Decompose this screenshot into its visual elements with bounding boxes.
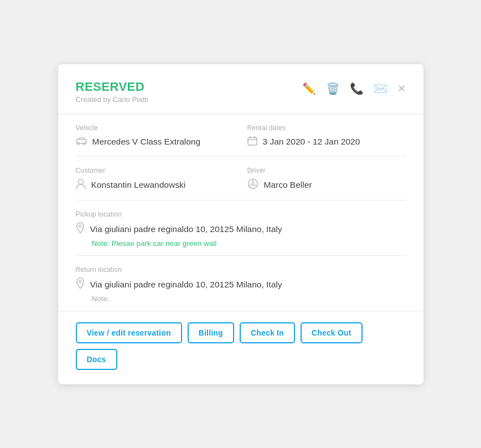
- rental-dates-text: 3 Jan 2020 - 12 Jan 2020: [263, 137, 360, 147]
- driver-value: Marco Beller: [247, 178, 406, 192]
- vehicle-rental-row: Vehicle Mercedes V Class Extralong Renta…: [76, 114, 406, 157]
- created-by: Created by Carlo Piatti: [76, 95, 148, 104]
- customer-name: Konstantin Lewandowski: [91, 180, 186, 190]
- return-note: Note:: [92, 295, 406, 303]
- customer-value: Konstantin Lewandowski: [76, 178, 234, 192]
- rental-dates-label: Rental dates: [247, 124, 406, 132]
- customer-driver-row: Customer Konstantin Lewandowski Driver: [76, 157, 406, 200]
- docs-button[interactable]: Docs: [76, 349, 117, 370]
- return-pin-icon: [76, 277, 85, 292]
- pickup-address: Via giuliani padre reginaldo 10, 20125 M…: [90, 224, 282, 234]
- pickup-section: Pickup location Via giuliani padre regin…: [76, 200, 406, 256]
- card-body: Vehicle Mercedes V Class Extralong Renta…: [58, 114, 423, 311]
- header-left: RESERVED Created by Carlo Piatti: [76, 80, 148, 104]
- status-label: RESERVED: [76, 80, 148, 94]
- vehicle-col: Vehicle Mercedes V Class Extralong: [76, 124, 234, 148]
- customer-col: Customer Konstantin Lewandowski: [76, 167, 234, 192]
- driver-col: Driver Marco Beller: [234, 167, 406, 192]
- calendar-icon: [247, 136, 257, 148]
- vehicle-label: Vehicle: [76, 124, 234, 132]
- pickup-value: Via giuliani padre reginaldo 10, 20125 M…: [76, 222, 406, 237]
- driver-label: Driver: [247, 167, 406, 174]
- svg-line-12: [254, 184, 256, 186]
- phone-icon[interactable]: 📞: [350, 83, 364, 94]
- card-header: RESERVED Created by Carlo Piatti ✏️ 🗑️ 📞…: [58, 64, 423, 114]
- card-footer: View / edit reservation Billing Check In…: [58, 311, 423, 384]
- check-out-button[interactable]: Check Out: [301, 322, 363, 343]
- reservation-card: RESERVED Created by Carlo Piatti ✏️ 🗑️ 📞…: [58, 64, 423, 384]
- view-edit-button[interactable]: View / edit reservation: [76, 322, 182, 343]
- rental-dates-col: Rental dates 3 Jan 2020 - 12 Jan 2020: [234, 124, 406, 148]
- return-section: Return location Via giuliani padre regin…: [76, 256, 406, 311]
- return-label: Return location: [76, 266, 406, 274]
- close-icon[interactable]: ✕: [397, 84, 406, 94]
- edit-icon[interactable]: ✏️: [302, 83, 316, 94]
- car-icon: [76, 136, 87, 148]
- billing-button[interactable]: Billing: [188, 322, 234, 343]
- steering-icon: [247, 178, 258, 192]
- person-icon: [76, 178, 86, 192]
- pickup-label: Pickup location: [76, 210, 406, 218]
- pickup-note: Note: Plesae park car near green wall: [92, 239, 406, 248]
- svg-point-13: [79, 224, 81, 226]
- return-value: Via giuliani padre reginaldo 10, 20125 M…: [76, 277, 406, 292]
- mail-icon[interactable]: ✉️: [374, 83, 387, 94]
- pickup-pin-icon: [76, 222, 85, 237]
- vehicle-value: Mercedes V Class Extralong: [76, 136, 234, 148]
- header-icons: ✏️ 🗑️ 📞 ✉️ ✕: [302, 83, 406, 94]
- svg-point-9: [251, 182, 254, 185]
- delete-icon[interactable]: 🗑️: [326, 83, 340, 94]
- customer-label: Customer: [76, 167, 234, 174]
- check-in-button[interactable]: Check In: [240, 322, 295, 343]
- rental-dates-value: 3 Jan 2020 - 12 Jan 2020: [247, 136, 406, 148]
- svg-point-7: [78, 179, 83, 184]
- svg-rect-3: [248, 137, 257, 145]
- return-address: Via giuliani padre reginaldo 10, 20125 M…: [90, 280, 282, 290]
- driver-name: Marco Beller: [264, 180, 312, 190]
- vehicle-name: Mercedes V Class Extralong: [92, 137, 201, 147]
- svg-point-14: [79, 280, 81, 282]
- svg-line-11: [249, 184, 251, 186]
